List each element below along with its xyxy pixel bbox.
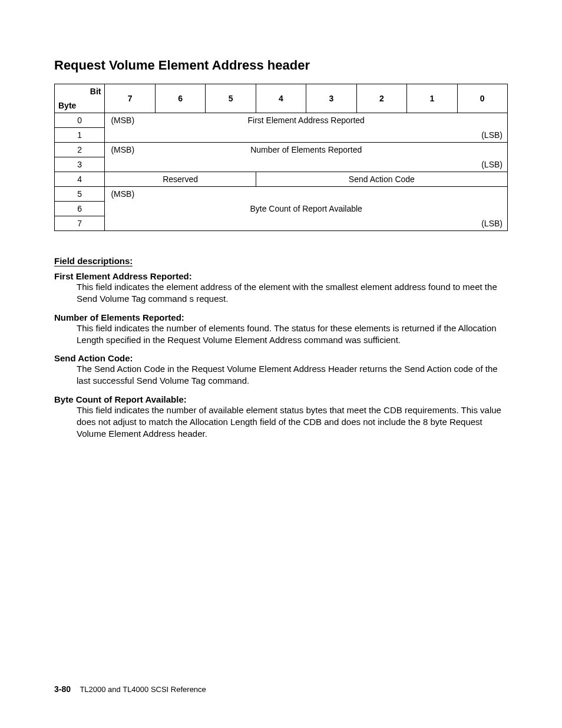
page-footer: 3-80 TL2000 and TL4000 SCSI Reference [54,684,206,694]
byte-6: 6 [55,202,105,216]
byte-3: 3 [55,157,105,172]
byte-7: 7 [55,216,105,231]
byte-2: 2 [55,143,105,157]
field-description-item: Number of Elements Reported: This field … [54,312,508,347]
footer-doc-title: TL2000 and TL4000 SCSI Reference [80,685,206,694]
byte-1: 1 [55,128,105,143]
field-name: Byte Count of Report Available: [54,394,508,404]
field-text: This field indicates the number of eleme… [77,322,508,347]
lsb-label: (LSB) [457,157,508,172]
field-description-item: Byte Count of Report Available: This fie… [54,394,508,440]
bit-col-7: 7 [105,84,155,113]
field-text: This field indicates the number of avail… [77,404,508,440]
byte-4: 4 [55,172,105,187]
byte-0: 0 [55,113,105,128]
header-byte-label: Byte [55,98,105,113]
lsb-label: (LSB) [457,128,508,143]
field-descriptions-heading: Field descriptions: [54,256,133,266]
msb-label: (MSB) [105,113,155,128]
field-description-item: Send Action Code: The Send Action Code i… [54,353,508,387]
page-number: 3-80 [54,684,71,694]
first-element-reported: First Element Address Reported [155,113,457,128]
reserved-field: Reserved [105,172,256,187]
send-action-code-field: Send Action Code [256,172,507,187]
number-elements-reported: Number of Elements Reported [155,143,457,157]
field-text: The Send Action Code in the Request Volu… [77,363,508,387]
field-name: Number of Elements Reported: [54,312,508,322]
bit-col-4: 4 [256,84,306,113]
bit-col-3: 3 [306,84,356,113]
field-text: This field indicates the element address… [77,281,508,305]
lsb-label: (LSB) [457,216,508,231]
bit-col-2: 2 [356,84,406,113]
bit-col-0: 0 [457,84,508,113]
bit-col-6: 6 [155,84,205,113]
field-name: Send Action Code: [54,353,508,363]
section-title: Request Volume Element Address header [54,58,508,73]
msb-label: (MSB) [105,187,155,202]
header-bit-label: Bit [55,84,105,99]
bit-col-5: 5 [206,84,256,113]
msb-label: (MSB) [105,143,155,157]
byte-count-report-available: Byte Count of Report Available [155,202,457,216]
field-name: First Element Address Reported: [54,271,508,281]
bit-col-1: 1 [407,84,457,113]
byte-5: 5 [55,187,105,202]
bit-byte-table: Bit 7 6 5 4 3 2 1 0 Byte 0 (MSB) First E… [54,84,508,231]
field-description-item: First Element Address Reported: This fie… [54,271,508,305]
